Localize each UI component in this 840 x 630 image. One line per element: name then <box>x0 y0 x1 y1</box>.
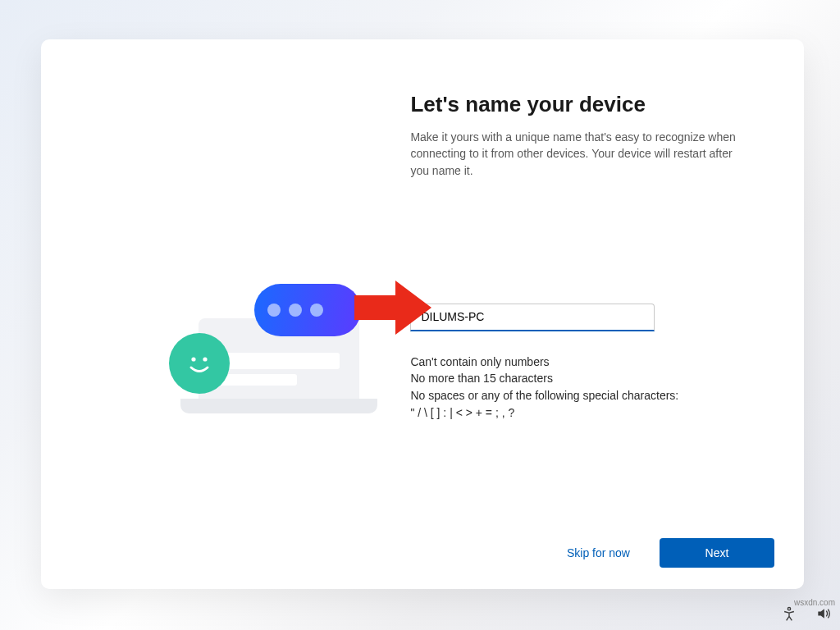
setup-window: Let's name your device Make it yours wit… <box>41 39 804 589</box>
device-name-field-wrap <box>410 304 655 331</box>
svg-point-1 <box>203 357 207 361</box>
device-illustration <box>148 277 361 425</box>
system-tray <box>781 605 832 625</box>
rule-length: No more than 15 characters <box>410 371 765 387</box>
watermark-text: wsxdn.com <box>794 598 835 607</box>
svg-point-0 <box>191 357 195 361</box>
footer-actions: Skip for now Next <box>567 538 774 568</box>
accessibility-icon[interactable] <box>781 605 797 625</box>
rule-special: No spaces or any of the following specia… <box>410 388 765 404</box>
content-pane: Let's name your device Make it yours wit… <box>407 39 804 589</box>
naming-rules: Can't contain only numbers No more than … <box>410 354 765 421</box>
volume-icon[interactable] <box>815 605 832 625</box>
rule-numbers: Can't contain only numbers <box>410 354 765 371</box>
input-placeholder-shape <box>215 353 340 369</box>
next-button[interactable]: Next <box>660 538 774 568</box>
rule-chars: " / \ [ ] : | < > + = ; , ? <box>410 405 765 422</box>
svg-point-3 <box>788 608 790 610</box>
page-title: Let's name your device <box>410 92 765 117</box>
illustration-pane <box>41 39 407 589</box>
input-placeholder-shape-2 <box>215 374 297 386</box>
page-subtitle: Make it yours with a unique name that's … <box>410 129 738 179</box>
laptop-base-shape <box>180 399 377 413</box>
skip-button[interactable]: Skip for now <box>567 546 630 559</box>
device-name-input[interactable] <box>410 304 655 331</box>
smiley-face-icon <box>169 333 230 394</box>
password-bubble-icon <box>254 284 361 336</box>
